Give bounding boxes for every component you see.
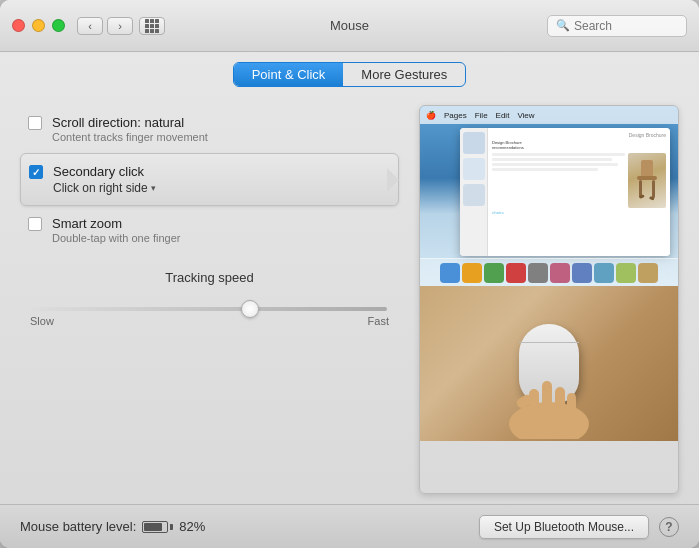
hand-svg xyxy=(499,359,599,439)
content-area: Scroll direction: natural Content tracks… xyxy=(0,95,699,504)
forward-button[interactable]: › xyxy=(107,17,133,35)
tab-group: Point & Click More Gestures xyxy=(233,62,467,87)
image-panel: 🍎 Pages File Edit View Design B xyxy=(419,105,679,494)
smart-zoom-row: Smart zoom Double-tap with one finger xyxy=(20,206,399,254)
secondary-click-label: Secondary click xyxy=(53,164,156,179)
dock-icon-10 xyxy=(638,263,658,283)
slider-container xyxy=(28,297,391,315)
sidebar-thumb-1 xyxy=(463,132,485,154)
chair-svg xyxy=(633,158,661,203)
battery-tip xyxy=(170,524,173,530)
dock-icon-7 xyxy=(572,263,592,283)
grid-button[interactable] xyxy=(139,17,165,35)
svg-rect-10 xyxy=(567,393,576,428)
maximize-button[interactable] xyxy=(52,19,65,32)
window-title: Mouse xyxy=(330,18,369,33)
chevron-down-icon: ▾ xyxy=(151,183,156,193)
battery-fill xyxy=(144,523,162,531)
dock-icon-9 xyxy=(616,263,636,283)
nav-buttons: ‹ › xyxy=(77,17,133,35)
chair-image xyxy=(628,153,666,208)
sidebar-thumb-3 xyxy=(463,184,485,206)
traffic-lights xyxy=(12,19,65,32)
smart-zoom-text: Smart zoom Double-tap with one finger xyxy=(52,216,180,244)
secondary-click-row: Secondary click Click on right side ▾ xyxy=(20,153,399,206)
menu-item-1: Pages xyxy=(444,111,467,120)
chairs-text: chairs xyxy=(492,210,666,215)
mouse-divider xyxy=(519,342,579,343)
battery-label: Mouse battery level: xyxy=(20,519,136,534)
scroll-direction-checkbox[interactable] xyxy=(28,116,42,130)
bluetooth-button[interactable]: Set Up Bluetooth Mouse... xyxy=(479,515,649,539)
tracking-speed-slider[interactable] xyxy=(32,307,387,311)
battery-body xyxy=(142,521,168,533)
scroll-direction-sublabel: Content tracks finger movement xyxy=(52,131,208,143)
pages-window: Design Brochure Design Brochurerecommend… xyxy=(460,128,670,256)
battery-icon xyxy=(142,521,173,533)
search-icon: 🔍 xyxy=(556,19,570,32)
text-line xyxy=(492,158,612,161)
smart-zoom-checkbox[interactable] xyxy=(28,217,42,231)
minimize-button[interactable] xyxy=(32,19,45,32)
desktop-menubar: 🍎 Pages File Edit View xyxy=(420,106,678,124)
svg-rect-1 xyxy=(637,176,657,180)
close-button[interactable] xyxy=(12,19,25,32)
svg-rect-7 xyxy=(529,389,539,429)
menu-item-4: View xyxy=(517,111,534,120)
scroll-direction-label: Scroll direction: natural xyxy=(52,115,208,130)
secondary-click-dropdown[interactable]: Click on right side ▾ xyxy=(53,181,156,195)
tab-point-click[interactable]: Point & Click xyxy=(234,63,344,86)
desktop-simulation: 🍎 Pages File Edit View Design B xyxy=(420,106,678,286)
battery-percent: 82% xyxy=(179,519,205,534)
mouse-photo xyxy=(420,286,678,441)
desktop-preview: 🍎 Pages File Edit View Design B xyxy=(420,106,678,286)
dock-icon-6 xyxy=(550,263,570,283)
menu-item-2: File xyxy=(475,111,488,120)
dock-icon-8 xyxy=(594,263,614,283)
pages-text-col xyxy=(492,153,625,208)
pages-sidebar xyxy=(460,128,488,256)
pages-toolbar: Design Brochure xyxy=(492,132,666,138)
text-line xyxy=(492,153,625,156)
sidebar-thumb-2 xyxy=(463,158,485,180)
footer: Mouse battery level: 82% Set Up Bluetoot… xyxy=(0,504,699,548)
scroll-direction-text: Scroll direction: natural Content tracks… xyxy=(52,115,208,143)
secondary-click-dropdown-text: Click on right side xyxy=(53,181,148,195)
svg-rect-9 xyxy=(555,387,565,427)
apple-menu: 🍎 xyxy=(426,111,436,120)
dock-icon-2 xyxy=(462,263,482,283)
dock-icon-1 xyxy=(440,263,460,283)
text-line xyxy=(492,163,618,166)
smart-zoom-sublabel: Double-tap with one finger xyxy=(52,232,180,244)
svg-rect-3 xyxy=(652,180,655,198)
dock-icon-4 xyxy=(506,263,526,283)
tabs-area: Point & Click More Gestures xyxy=(0,52,699,95)
tracking-speed-title: Tracking speed xyxy=(28,270,391,285)
dock-icon-5 xyxy=(528,263,548,283)
pages-title: Design Brochurerecommendations xyxy=(492,140,666,150)
back-button[interactable]: ‹ xyxy=(77,17,103,35)
secondary-click-text: Secondary click Click on right side ▾ xyxy=(53,164,156,195)
settings-panel: Scroll direction: natural Content tracks… xyxy=(20,105,399,494)
dock-icon-3 xyxy=(484,263,504,283)
hand-mouse xyxy=(479,304,619,424)
svg-rect-8 xyxy=(542,381,552,426)
text-line xyxy=(492,168,598,171)
tracking-section: Tracking speed Slow Fast xyxy=(20,270,399,327)
menu-item-3: Edit xyxy=(496,111,510,120)
app-window: ‹ › Mouse 🔍 Point & Click More Gestures xyxy=(0,0,699,548)
svg-rect-0 xyxy=(641,160,653,178)
grid-icon xyxy=(145,19,159,33)
pages-body xyxy=(492,153,666,208)
pages-content: Design Brochure Design Brochurerecommend… xyxy=(488,128,670,256)
smart-zoom-label: Smart zoom xyxy=(52,216,180,231)
secondary-click-checkbox[interactable] xyxy=(29,165,43,179)
titlebar: ‹ › Mouse 🔍 xyxy=(0,0,699,52)
help-button[interactable]: ? xyxy=(659,517,679,537)
battery-section: Mouse battery level: 82% xyxy=(20,519,205,534)
desktop-dock xyxy=(420,258,678,286)
search-input[interactable] xyxy=(574,19,678,33)
search-box[interactable]: 🔍 xyxy=(547,15,687,37)
scroll-direction-row: Scroll direction: natural Content tracks… xyxy=(20,105,399,153)
tab-more-gestures[interactable]: More Gestures xyxy=(343,63,465,86)
